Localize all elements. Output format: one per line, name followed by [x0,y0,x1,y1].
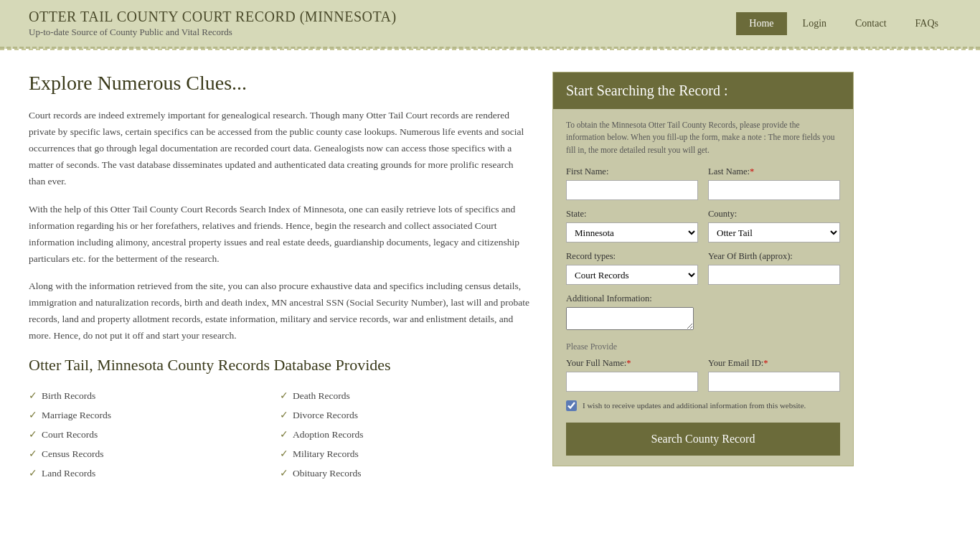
county-select[interactable]: Otter Tail [708,222,840,242]
first-name-input[interactable] [566,180,698,200]
header-branding: OTTER TAIL COUNTY COURT RECORD (MINNESOT… [29,9,397,38]
year-of-birth-input[interactable] [708,265,840,285]
list-item: ✓Divorce Records [280,405,531,425]
left-column: Explore Numerous Clues... Court records … [29,72,531,483]
email-label: Your Email ID:* [708,358,840,369]
full-name-label: Your Full Name:* [566,358,698,369]
check-icon: ✓ [29,390,37,402]
email-group: Your Email ID:* [708,358,840,392]
newsletter-label: I wish to receive updates and additional… [583,401,806,410]
full-name-input[interactable] [566,372,698,392]
additional-info-label: Additional Information: [566,293,840,304]
check-icon: ✓ [29,409,37,421]
please-provide-label: Please Provide [566,342,840,352]
form-header: Start Searching the Record : [553,72,853,109]
site-subtitle: Up-to-date Source of County Public and V… [29,27,397,38]
check-icon: ✓ [280,390,288,402]
county-label: County: [708,209,840,220]
list-item: ✓Court Records [29,425,280,444]
last-name-label: Last Name:* [708,166,840,177]
state-group: State: Minnesota [566,209,698,242]
nav-faqs[interactable]: FAQs [903,12,951,35]
db-heading: Otter Tail, Minnesota County Records Dat… [29,356,531,375]
first-name-label: First Name: [566,166,698,177]
paragraph-3: Along with the information retrieved fro… [29,278,531,344]
nav-login[interactable]: Login [790,12,839,35]
record-birth-row: Record types: Court Records Year Of Birt… [566,251,840,285]
paragraph-1: Court records are indeed extremely impor… [29,108,531,190]
form-body: To obtain the Minnesota Otter Tail Count… [553,109,853,466]
nav-contact[interactable]: Contact [842,12,900,35]
check-icon: ✓ [29,448,37,460]
list-item: ✓Census Records [29,444,280,463]
main-content: Explore Numerous Clues... Court records … [0,50,980,504]
records-list: ✓Birth Records ✓Marriage Records ✓Court … [29,386,531,483]
last-name-input[interactable] [708,180,840,200]
site-title: OTTER TAIL COUNTY COURT RECORD (MINNESOT… [29,9,397,25]
name-email-row: Your Full Name:* Your Email ID:* [566,358,840,392]
site-header: OTTER TAIL COUNTY COURT RECORD (MINNESOT… [0,0,980,49]
check-icon: ✓ [280,409,288,421]
search-county-record-button[interactable]: Search County Record [566,423,840,456]
list-item: ✓Adoption Records [280,425,531,444]
newsletter-checkbox[interactable] [566,400,577,411]
last-name-group: Last Name:* [708,166,840,200]
check-icon: ✓ [29,428,37,441]
state-county-row: State: Minnesota County: Otter Tail [566,209,840,242]
record-type-select[interactable]: Court Records [566,265,698,285]
search-form-panel: Start Searching the Record : To obtain t… [552,72,854,466]
list-item: ✓Death Records [280,386,531,405]
name-row: First Name: Last Name:* [566,166,840,200]
list-item: ✓Land Records [29,463,280,483]
year-of-birth-label: Year Of Birth (approx): [708,251,840,262]
first-name-group: First Name: [566,166,698,200]
main-nav: Home Login Contact FAQs [736,12,951,35]
main-heading: Explore Numerous Clues... [29,72,531,95]
form-title: Start Searching the Record : [566,83,840,99]
email-input[interactable] [708,372,840,392]
records-col-1: ✓Birth Records ✓Marriage Records ✓Court … [29,386,280,483]
form-description: To obtain the Minnesota Otter Tail Count… [566,119,840,156]
list-item: ✓Military Records [280,444,531,463]
county-group: County: Otter Tail [708,209,840,242]
list-item: ✓Birth Records [29,386,280,405]
check-icon: ✓ [29,467,37,479]
state-label: State: [566,209,698,220]
record-type-label: Record types: [566,251,698,262]
list-item: ✓Marriage Records [29,405,280,425]
additional-info-group: Additional Information: [566,293,840,333]
check-icon: ✓ [280,448,288,460]
newsletter-checkbox-row: I wish to receive updates and additional… [566,400,840,411]
record-type-group: Record types: Court Records [566,251,698,285]
list-item: ✓Obituary Records [280,463,531,483]
check-icon: ✓ [280,467,288,479]
paragraph-2: With the help of this Otter Tail County … [29,202,531,268]
check-icon: ✓ [280,428,288,441]
nav-home[interactable]: Home [736,12,786,35]
year-of-birth-group: Year Of Birth (approx): [708,251,840,285]
additional-info-input[interactable] [566,307,694,330]
records-col-2: ✓Death Records ✓Divorce Records ✓Adoptio… [280,386,531,483]
full-name-group: Your Full Name:* [566,358,698,392]
state-select[interactable]: Minnesota [566,222,698,242]
